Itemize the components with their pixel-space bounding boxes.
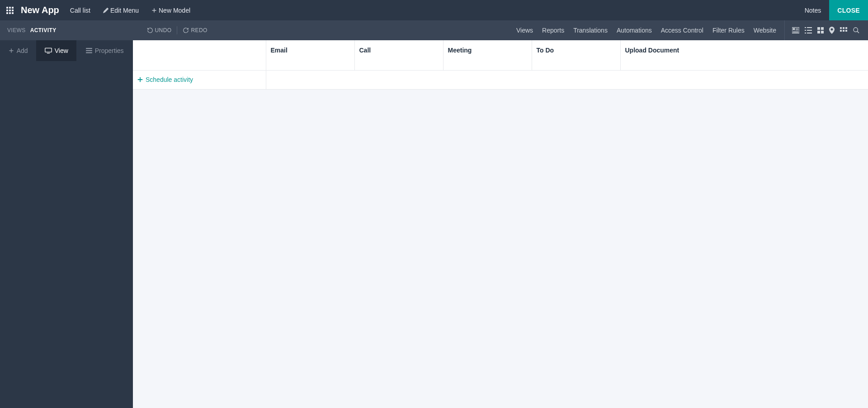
svg-rect-24: [821, 31, 824, 33]
svg-rect-33: [45, 48, 51, 52]
svg-rect-37: [86, 52, 92, 53]
apps-icon[interactable]: [5, 5, 15, 16]
col-todo[interactable]: To Do: [532, 40, 620, 71]
workspace: Add View Properties: [0, 40, 868, 408]
main-canvas: Email Call Meeting To Do Upload Document: [133, 40, 868, 408]
svg-rect-18: [807, 30, 812, 31]
new-model-label: New Model: [159, 7, 190, 14]
svg-rect-5: [12, 9, 14, 11]
edit-menu-button[interactable]: Edit Menu: [103, 7, 139, 14]
undo-button[interactable]: UNDO: [147, 27, 172, 33]
edit-menu-label: Edit Menu: [110, 7, 139, 14]
svg-rect-1: [9, 7, 11, 9]
map-view-icon[interactable]: [829, 27, 835, 34]
table-header-row: Email Call Meeting To Do Upload Document: [133, 40, 868, 71]
plus-icon: [9, 48, 14, 53]
tab-view[interactable]: View: [36, 40, 76, 61]
svg-rect-3: [6, 9, 8, 11]
svg-rect-17: [805, 30, 806, 31]
svg-rect-26: [843, 27, 844, 29]
side-panel: Add View Properties: [0, 40, 133, 408]
new-model-button[interactable]: New Model: [151, 7, 190, 14]
svg-rect-22: [821, 27, 824, 30]
breadcrumb-activity: ACTIVITY: [30, 27, 57, 33]
tab-add[interactable]: Add: [0, 40, 36, 61]
col-call[interactable]: Call: [354, 40, 443, 71]
svg-line-32: [857, 31, 859, 33]
grid-view-icon[interactable]: [840, 27, 847, 33]
cell-email: [266, 71, 354, 90]
svg-rect-30: [845, 30, 847, 32]
svg-rect-27: [845, 27, 847, 29]
app-title: New App: [21, 5, 59, 15]
svg-rect-20: [807, 33, 812, 33]
tab-add-label: Add: [17, 47, 28, 54]
list-view-icon[interactable]: [805, 27, 812, 33]
plus-icon: [137, 77, 143, 82]
undo-redo-group: UNDO REDO: [147, 26, 208, 34]
undo-label: UNDO: [155, 27, 172, 33]
pencil-icon: [103, 8, 108, 13]
view-switcher: [784, 20, 868, 40]
svg-rect-2: [12, 7, 14, 9]
svg-rect-21: [817, 27, 820, 30]
col-meeting[interactable]: Meeting: [443, 40, 532, 71]
svg-rect-36: [86, 50, 92, 51]
nav-filter-rules[interactable]: Filter Rules: [708, 27, 749, 34]
svg-rect-12: [796, 29, 798, 30]
svg-rect-35: [86, 48, 92, 49]
activity-table: Email Call Meeting To Do Upload Document: [133, 40, 868, 90]
svg-rect-19: [805, 33, 806, 33]
nav-translations[interactable]: Translations: [569, 27, 612, 34]
tab-properties[interactable]: Properties: [76, 40, 133, 61]
call-list-menu[interactable]: Call list: [70, 7, 90, 14]
notes-button[interactable]: Notes: [797, 0, 830, 20]
properties-icon: [86, 48, 92, 53]
svg-rect-6: [6, 12, 8, 14]
nav-views[interactable]: Views: [512, 27, 538, 34]
undo-redo-separator: [177, 26, 177, 34]
nav-access-control[interactable]: Access Control: [656, 27, 708, 34]
svg-rect-10: [793, 28, 795, 30]
col-blank: [133, 40, 266, 71]
svg-rect-4: [9, 9, 11, 11]
svg-rect-23: [817, 31, 820, 33]
svg-rect-25: [840, 27, 842, 29]
tab-view-label: View: [55, 47, 68, 54]
schedule-activity-label: Schedule activity: [146, 76, 193, 83]
schedule-activity-cell: Schedule activity: [133, 71, 266, 90]
col-upload-document[interactable]: Upload Document: [620, 40, 868, 71]
svg-point-31: [854, 28, 858, 32]
nav-website[interactable]: Website: [749, 27, 781, 34]
undo-icon: [147, 27, 153, 33]
redo-icon: [183, 27, 189, 33]
form-view-icon[interactable]: [792, 27, 799, 33]
breadcrumb-views[interactable]: VIEWS: [7, 27, 26, 33]
close-button[interactable]: CLOSE: [829, 0, 868, 20]
svg-rect-29: [843, 30, 844, 32]
tab-properties-label: Properties: [95, 47, 124, 54]
table-row: Schedule activity: [133, 71, 868, 90]
svg-rect-13: [793, 31, 799, 32]
redo-label: REDO: [191, 27, 207, 33]
top-header: New App Call list Edit Menu New Model No…: [0, 0, 868, 20]
svg-rect-0: [6, 7, 8, 9]
side-tabs: Add View Properties: [0, 40, 133, 61]
svg-rect-28: [840, 30, 842, 32]
nav-automations[interactable]: Automations: [612, 27, 656, 34]
nav-reports[interactable]: Reports: [538, 27, 569, 34]
svg-rect-11: [796, 28, 798, 29]
redo-button[interactable]: REDO: [183, 27, 207, 33]
search-icon[interactable]: [853, 27, 860, 34]
svg-rect-16: [807, 27, 812, 28]
kanban-view-icon[interactable]: [817, 27, 824, 33]
col-email[interactable]: Email: [266, 40, 354, 71]
cell-todo: [532, 71, 620, 90]
cell-call: [354, 71, 443, 90]
schedule-activity-button[interactable]: Schedule activity: [137, 76, 193, 83]
svg-rect-14: [793, 32, 799, 33]
monitor-icon: [45, 47, 52, 54]
cell-meeting: [443, 71, 532, 90]
cell-upload-document: [620, 71, 868, 90]
plus-icon: [151, 8, 157, 13]
